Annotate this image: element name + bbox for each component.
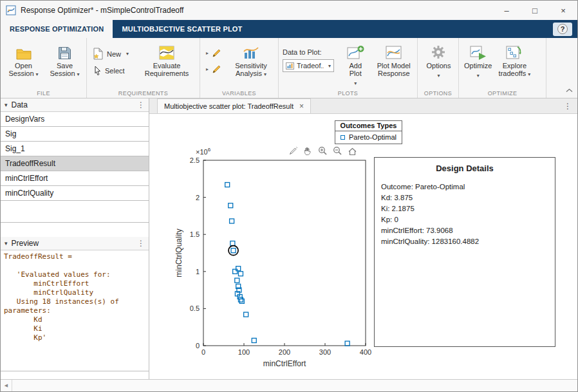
edit-variables-button[interactable]: ▸ [204, 47, 224, 59]
design-detail-line: Outcome: Pareto-Optimal [381, 182, 548, 192]
x-tick-label: 100 [238, 348, 250, 356]
document-tab[interactable]: Multiobjective scatter plot: TradeoffRes… [157, 98, 311, 113]
save-icon [58, 43, 71, 60]
x-tick-label: 400 [360, 348, 371, 356]
folder-icon [16, 43, 32, 60]
x-tick-label: 0 [201, 348, 205, 356]
open-session-button[interactable]: Open Session▾ [5, 42, 42, 80]
add-plot-label: Add Plot [342, 62, 369, 77]
plot-model-response-label: Plot Model Response [375, 62, 413, 77]
list-item[interactable]: DesignVars [1, 112, 149, 127]
y-tick-label: 1 [196, 268, 200, 275]
app-window: Response Optimizer* - mSimpleControlTrad… [0, 0, 578, 392]
tab-multiobjective-scatter-plot[interactable]: MULTIOBJECTIVE SCATTER PLOT [113, 20, 251, 38]
data-to-plot-combo[interactable]: Tradeof... ▾ [283, 59, 334, 72]
submenu-arrow-icon: ▸ [206, 66, 209, 72]
toolstrip: Open Session▾ Save Session▾ FILE New ▾ [1, 38, 577, 98]
list-item[interactable]: TradeoffResult [1, 156, 149, 171]
section-options: Options ▾ OPTIONS [418, 38, 459, 98]
minimize-icon: – [504, 6, 508, 15]
collapse-triangle-icon[interactable]: ▾ [5, 102, 8, 108]
cursor-icon [93, 66, 102, 76]
design-detail-line: Kp: 0 [381, 214, 548, 225]
y-tick-label: 0.5 [190, 304, 200, 312]
list-item[interactable]: minCtrlEffort [1, 171, 149, 186]
y-tick-label: 1.5 [190, 230, 200, 238]
list-item[interactable]: minCtrlQuality [1, 186, 149, 201]
toolstrip-filler [546, 38, 577, 98]
plot-document: Outcomes Types Pareto-Optimal [149, 114, 577, 379]
close-button[interactable]: × [549, 1, 577, 20]
axes-box [203, 160, 366, 346]
select-label: Select [105, 67, 125, 75]
document-area: Multiobjective scatter plot: TradeoffRes… [149, 98, 577, 379]
pencil-icon [212, 64, 222, 74]
sensitivity-analysis-label: Sensitivity Analysis [235, 62, 267, 77]
requirements-bounds-icon [159, 43, 174, 60]
chevron-down-icon: ▾ [77, 71, 80, 77]
pencil-icon [212, 48, 222, 58]
optimize-button[interactable]: Optimize ▾ [463, 42, 493, 81]
x-tick-label: 300 [319, 348, 331, 356]
chevron-down-icon: ▾ [354, 80, 357, 88]
tab-close-icon[interactable]: × [299, 102, 304, 111]
preview-panel-title: Preview [12, 239, 39, 248]
save-session-button[interactable]: Save Session▾ [46, 42, 84, 80]
list-item[interactable]: Sig_1 [1, 142, 149, 156]
maximize-button[interactable]: □ [521, 1, 549, 20]
options-button[interactable]: Options ▾ [425, 42, 452, 81]
section-variables: ▸ ▸ Sensitivity Analysis▾ VAR [200, 38, 279, 98]
collapse-toolstrip-button[interactable] [566, 84, 573, 95]
data-list: DesignVarsSigSig_1TradeoffResultminCtrlE… [1, 112, 149, 223]
section-file: Open Session▾ Save Session▾ FILE [1, 38, 87, 98]
browser-panel: ▾ Data ⋮ DesignVarsSigSig_1TradeoffResul… [1, 98, 149, 379]
section-label-variables: VARIABLES [200, 90, 278, 97]
design-detail-line: minCtrlQuality: 1283160.4882 [381, 236, 548, 247]
design-detail-line: Kd: 3.875 [381, 192, 548, 203]
select-requirement-button[interactable]: Select [91, 65, 131, 77]
plot-model-response-button[interactable]: Plot Model Response [373, 42, 415, 79]
edit-uncertain-variables-button[interactable]: ▸ [204, 63, 224, 75]
collapse-triangle-icon[interactable]: ▾ [5, 240, 8, 247]
scrollbar-left-button[interactable]: ◀ [1, 380, 12, 391]
legend-title: Outcomes Types [335, 121, 402, 131]
help-button[interactable]: ? [553, 23, 572, 36]
list-item[interactable]: Sig [1, 127, 149, 142]
plot-legend: Outcomes Types Pareto-Optimal [335, 120, 402, 144]
save-session-label: Save Session [50, 62, 75, 77]
scatter-plot[interactable]: 010020030040000.511.522.5×106minCtrlEffo… [153, 144, 373, 372]
scroll-left-icon: ◀ [5, 383, 8, 388]
new-requirement-button[interactable]: New ▾ [91, 47, 131, 61]
tab-response-optimization[interactable]: RESPONSE OPTIMIZATION [1, 20, 113, 38]
explore-tradeoffs-label: Explore tradeoffs [499, 62, 527, 77]
x-tick-label: 200 [279, 348, 290, 356]
section-label-requirements: REQUIREMENTS [87, 90, 200, 97]
evaluate-requirements-label: Evaluate Requirements [144, 62, 189, 77]
data-panel-menu-icon[interactable]: ⋮ [137, 100, 145, 109]
sensitivity-analysis-button[interactable]: Sensitivity Analysis▾ [231, 42, 271, 80]
maximize-icon: □ [532, 6, 537, 15]
evaluate-requirements-button[interactable]: Evaluate Requirements [143, 42, 191, 79]
minimize-button[interactable]: – [492, 1, 521, 20]
y-tick-label: 2.5 [190, 156, 200, 164]
document-bar-menu-icon[interactable]: ⋮ [564, 102, 572, 111]
section-label-options: OPTIONS [418, 90, 458, 97]
design-details-panel: Design Details Outcome: Pareto-OptimalKd… [374, 157, 555, 347]
data-panel-title: Data [12, 100, 28, 109]
explore-tradeoffs-button[interactable]: Explore tradeoffs▾ [496, 42, 532, 80]
document-tabbar: Multiobjective scatter plot: TradeoffRes… [149, 98, 577, 114]
add-plot-button[interactable]: Add Plot ▾ [341, 42, 370, 89]
gear-icon [431, 43, 446, 60]
design-details-title: Design Details [381, 163, 548, 173]
preview-panel-header: ▾ Preview ⋮ [1, 237, 149, 250]
legend-entry: Pareto-Optimal [335, 131, 402, 144]
y-scale-label: ×106 [196, 147, 211, 156]
y-tick-label: 0 [196, 342, 200, 350]
submenu-arrow-icon: ▸ [206, 50, 209, 56]
section-label-file: FILE [1, 90, 86, 97]
preview-panel-menu-icon[interactable]: ⋮ [137, 239, 145, 248]
chevron-down-icon: ▾ [528, 71, 530, 77]
y-axis-label: minCtrlQuality [174, 229, 183, 277]
section-plots: Data to Plot: Tradeof... ▾ Add Plot ▾ [279, 38, 418, 98]
response-plot-icon [386, 43, 402, 60]
